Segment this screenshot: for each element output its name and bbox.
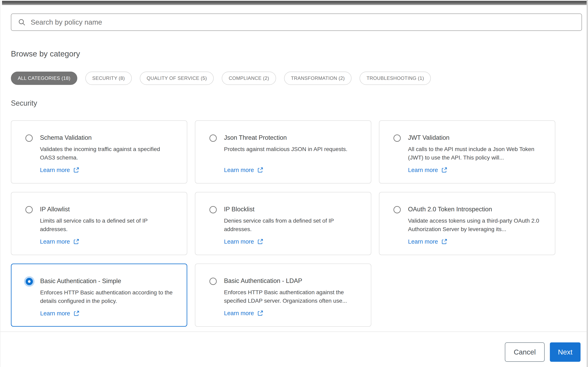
policy-title: IP Blocklist	[224, 206, 360, 213]
card-body: Basic Authentication - Simple Enforces H…	[40, 277, 177, 317]
learn-more-label: Learn more	[224, 167, 254, 173]
policy-title: Basic Authentication - LDAP	[224, 277, 360, 284]
card-body: Basic Authentication - LDAP Enforces HTT…	[224, 277, 360, 317]
policy-title: IP Allowlist	[40, 206, 176, 213]
browse-by-category-heading: Browse by category	[11, 50, 582, 58]
chip-all-categories[interactable]: ALL CATEGORIES (18)	[11, 72, 77, 85]
policy-card-ip-blocklist[interactable]: IP Blocklist Denies service calls from a…	[195, 192, 371, 255]
policy-description: Protects against malicious JSON in API r…	[224, 145, 348, 162]
security-section-heading: Security	[11, 99, 582, 108]
chip-quality-of-service[interactable]: QUALITY OF SERVICE (5)	[140, 72, 214, 85]
external-link-icon	[73, 310, 79, 317]
policy-description: Enforces HTTP Basic authentication again…	[224, 288, 360, 305]
policy-description: Validates the incoming traffic against a…	[40, 145, 176, 162]
radio-unselected-icon[interactable]	[393, 134, 401, 142]
chip-transformation[interactable]: TRANSFORMATION (2)	[284, 72, 352, 85]
card-body: IP Blocklist Denies service calls from a…	[224, 206, 360, 245]
search-bar	[11, 14, 582, 31]
learn-more-label: Learn more	[40, 167, 70, 173]
learn-more-label: Learn more	[40, 310, 70, 317]
learn-more-link[interactable]: Learn more	[224, 238, 263, 245]
card-body: OAuth 2.0 Token Introspection Validate a…	[408, 206, 545, 245]
policy-title: Schema Validation	[40, 134, 176, 141]
policy-select-dialog: Browse by category ALL CATEGORIES (18) S…	[0, 0, 588, 367]
policy-card-basic-auth-ldap[interactable]: Basic Authentication - LDAP Enforces HTT…	[195, 264, 371, 327]
card-body: Json Threat Protection Protects against …	[224, 134, 348, 173]
external-link-icon	[257, 239, 263, 245]
policy-description: Denies service calls from a defined set …	[224, 217, 360, 234]
window-top-edge	[2, 1, 587, 5]
policy-description: All calls to the API must include a Json…	[408, 145, 545, 162]
external-link-icon	[257, 167, 263, 173]
radio-unselected-icon[interactable]	[26, 134, 33, 142]
learn-more-label: Learn more	[40, 238, 70, 245]
chip-troubleshooting[interactable]: TROUBLESHOOTING (1)	[360, 72, 431, 85]
policy-description: Enforces HTTP Basic authentication accor…	[40, 288, 177, 305]
learn-more-link[interactable]: Learn more	[40, 167, 79, 173]
external-link-icon	[441, 167, 447, 173]
learn-more-label: Learn more	[408, 238, 438, 245]
category-filter-row: ALL CATEGORIES (18) SECURITY (8) QUALITY…	[11, 72, 582, 85]
chip-compliance[interactable]: COMPLIANCE (2)	[222, 72, 276, 85]
policy-description: Validate access tokens using a third-par…	[408, 217, 545, 234]
learn-more-link[interactable]: Learn more	[40, 310, 79, 317]
radio-unselected-icon[interactable]	[209, 206, 217, 213]
cancel-button[interactable]: Cancel	[505, 342, 545, 362]
policy-card-jwt-validation[interactable]: JWT Validation All calls to the API must…	[379, 120, 555, 184]
learn-more-link[interactable]: Learn more	[408, 238, 447, 245]
search-input[interactable]	[11, 14, 582, 31]
learn-more-link[interactable]: Learn more	[224, 167, 263, 173]
external-link-icon	[73, 167, 79, 173]
card-body: IP Allowlist Limits all service calls to…	[40, 206, 176, 245]
external-link-icon	[73, 239, 79, 245]
learn-more-link[interactable]: Learn more	[408, 167, 447, 173]
policy-title: Basic Authentication - Simple	[40, 277, 177, 285]
next-button[interactable]: Next	[550, 342, 580, 362]
radio-unselected-icon[interactable]	[26, 206, 33, 213]
radio-unselected-icon[interactable]	[209, 134, 217, 142]
policy-card-schema-validation[interactable]: Schema Validation Validates the incoming…	[11, 120, 187, 184]
policy-title: Json Threat Protection	[224, 134, 348, 141]
learn-more-link[interactable]: Learn more	[40, 238, 79, 245]
radio-unselected-icon[interactable]	[393, 206, 401, 213]
policy-card-json-threat-protection[interactable]: Json Threat Protection Protects against …	[195, 120, 371, 184]
card-body: JWT Validation All calls to the API must…	[408, 134, 545, 173]
radio-unselected-icon[interactable]	[209, 278, 217, 285]
learn-more-label: Learn more	[224, 310, 254, 317]
external-link-icon	[257, 310, 263, 316]
policy-card-oauth-token-introspection[interactable]: OAuth 2.0 Token Introspection Validate a…	[379, 192, 555, 255]
radio-selected-icon[interactable]	[26, 278, 33, 285]
card-body: Schema Validation Validates the incoming…	[40, 134, 176, 173]
learn-more-label: Learn more	[224, 238, 254, 245]
learn-more-label: Learn more	[408, 167, 438, 173]
dialog-footer: Cancel Next	[0, 332, 587, 362]
dialog-content: Browse by category ALL CATEGORIES (18) S…	[0, 5, 587, 367]
learn-more-link[interactable]: Learn more	[224, 310, 263, 317]
policy-description: Limits all service calls to a defined se…	[40, 217, 176, 234]
chip-security[interactable]: SECURITY (8)	[85, 72, 132, 85]
policy-card-ip-allowlist[interactable]: IP Allowlist Limits all service calls to…	[11, 192, 187, 255]
external-link-icon	[441, 239, 447, 245]
policy-title: OAuth 2.0 Token Introspection	[408, 206, 545, 213]
policy-card-grid: Schema Validation Validates the incoming…	[11, 120, 582, 327]
policy-title: JWT Validation	[408, 134, 545, 141]
policy-card-basic-auth-simple[interactable]: Basic Authentication - Simple Enforces H…	[11, 264, 187, 327]
